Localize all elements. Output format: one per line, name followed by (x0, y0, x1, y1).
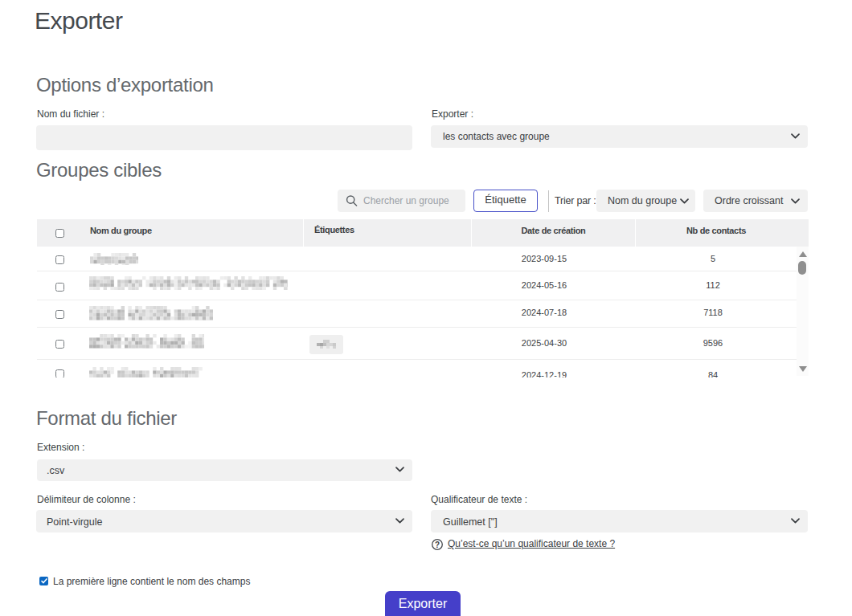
svg-text:?: ? (435, 540, 440, 549)
